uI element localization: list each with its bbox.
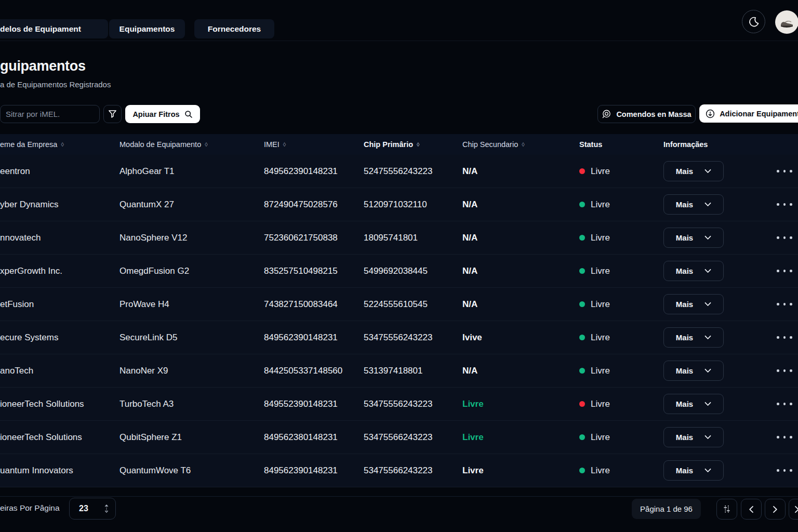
column-header-status: Status — [579, 140, 663, 149]
cell-chip-primario: 5499692038445 — [364, 266, 462, 276]
mais-dropdown-button[interactable]: Mais — [663, 427, 724, 447]
row-menu-icon[interactable] — [777, 403, 798, 405]
chevron-down-icon — [704, 468, 711, 473]
status-dot — [579, 335, 585, 340]
cell-status: Livre — [579, 399, 663, 409]
mais-dropdown-button[interactable]: Mais — [663, 194, 724, 215]
filter-button[interactable] — [103, 105, 122, 123]
column-header-imei[interactable]: IMEI ◊ — [264, 140, 364, 149]
cell-chip-primario: 5224555610545 — [364, 299, 462, 310]
cell-imei: 849552390148231 — [264, 399, 364, 409]
tab-modelos-de-equipamento[interactable]: delos de Equipament — [0, 19, 108, 38]
mais-dropdown-button[interactable]: Mais — [663, 294, 724, 314]
mais-dropdown-button[interactable]: Mais — [663, 460, 724, 481]
cell-model: QuantumX 27 — [119, 200, 264, 210]
cell-chip-primario: 53475556243223 — [364, 332, 462, 343]
mais-dropdown-button[interactable]: Mais — [663, 327, 724, 348]
last-page-button[interactable] — [789, 499, 798, 520]
row-menu-icon[interactable] — [777, 369, 798, 372]
tab-fornecedores[interactable]: Fornecedores — [194, 19, 274, 38]
mais-dropdown-button[interactable]: Mais — [663, 161, 724, 181]
cell-company: xperGrowth Inc. — [0, 266, 119, 276]
cell-status: Livre — [579, 366, 663, 376]
row-menu-icon[interactable] — [777, 436, 798, 438]
table-body: eentron AlphoGear T1 849562390148231 524… — [0, 155, 798, 487]
table-row: xperGrowth Inc. OmegdFusion G2 835257510… — [0, 255, 798, 288]
mais-label: Mais — [676, 300, 693, 309]
status-dot — [579, 235, 585, 241]
theme-toggle-button[interactable] — [742, 10, 765, 33]
chevron-left-icon — [749, 506, 754, 513]
add-equipment-label: Adicionar Equipamento — [720, 110, 798, 118]
apply-filters-button[interactable]: Apiuar Fitros — [125, 105, 200, 123]
user-avatar[interactable] — [775, 10, 798, 34]
row-menu-icon[interactable] — [777, 270, 798, 272]
adjustments-icon — [723, 504, 731, 514]
cell-model: QuantumWove T6 — [119, 466, 264, 476]
chevron-down-icon — [704, 302, 711, 307]
table-header: eme da Empresa ◊ Modalo de Equipamento ◊… — [0, 134, 798, 155]
sort-icon: ◊ — [283, 141, 286, 148]
row-menu-icon[interactable] — [777, 203, 798, 206]
next-page-button[interactable] — [765, 499, 786, 520]
cell-status: Livre — [579, 233, 663, 243]
sort-icon: ◊ — [417, 141, 419, 148]
mais-dropdown-button[interactable]: Mais — [663, 394, 724, 414]
cell-model: TurboTech A3 — [119, 399, 264, 409]
cell-chip-primario: 53475566243223 — [364, 466, 462, 476]
row-menu-icon[interactable] — [777, 236, 798, 239]
cell-status: Livre — [579, 266, 663, 276]
status-label: Livre — [591, 366, 610, 376]
rows-per-page-stepper[interactable]: 23 — [69, 498, 116, 520]
cell-chip-secundario: N/A — [462, 233, 579, 243]
status-label: Livre — [591, 200, 610, 210]
tab-equipamentos[interactable]: Equipamentos — [109, 19, 185, 38]
page-settings-button[interactable] — [716, 499, 737, 520]
previous-page-button[interactable] — [741, 499, 762, 520]
chevron-down-icon — [704, 402, 711, 406]
rows-per-page-value: 23 — [79, 504, 88, 513]
table-row: yber Dynamics QuantumX 27 87249047502857… — [0, 188, 798, 221]
cell-model: SecureLink D5 — [119, 332, 264, 343]
cell-imei: 849562390148231 — [264, 332, 364, 343]
row-menu-icon[interactable] — [777, 336, 798, 339]
cell-chip-primario: 52475556243223 — [364, 166, 462, 177]
add-equipment-button[interactable]: Adicionar Equipamento — [699, 104, 798, 123]
cell-imei: 835257510498215 — [264, 266, 364, 276]
column-header-chip-primario[interactable]: Chip Primârio ◊ — [364, 140, 462, 149]
chevron-down-icon — [704, 368, 711, 373]
cell-imei: 8442505337148560 — [264, 366, 364, 376]
cell-company: etFusion — [0, 299, 119, 310]
row-menu-icon[interactable] — [777, 469, 798, 472]
mais-dropdown-button[interactable]: Mais — [663, 361, 724, 381]
cell-status: Livre — [579, 299, 663, 310]
bulk-commands-button[interactable]: Comendos en Massa — [597, 105, 696, 123]
chevron-down-icon — [704, 269, 711, 273]
mais-label: Mais — [676, 400, 693, 408]
tab-label: delos de Equipament — [0, 24, 81, 34]
search-input[interactable] — [0, 105, 100, 123]
row-menu-icon[interactable] — [777, 303, 798, 305]
cell-company: yber Dynamics — [0, 200, 119, 210]
cell-chip-secundario: N/A — [462, 166, 579, 177]
table-row: ioneerTech Sollutions TurboTech A3 84955… — [0, 388, 798, 421]
apply-filters-label: Apiuar Fitros — [132, 110, 179, 118]
column-header-company[interactable]: eme da Empresa ◊ — [0, 140, 119, 149]
mais-dropdown-button[interactable]: Mais — [663, 228, 724, 248]
status-dot — [579, 168, 585, 174]
status-dot — [579, 368, 585, 374]
row-menu-icon[interactable] — [777, 170, 798, 172]
cell-chip-secundario: Livre — [462, 432, 579, 443]
cell-imei: 849562380148231 — [264, 432, 364, 443]
cell-chip-primario: 531397418801 — [364, 366, 462, 376]
cell-company: eentron — [0, 166, 119, 177]
column-header-chip-secundario[interactable]: Chip Secundario ◊ — [462, 140, 579, 149]
mais-dropdown-button[interactable]: Mais — [663, 261, 724, 281]
cell-model: NanoNer X9 — [119, 366, 264, 376]
page-title: guipamentos — [0, 58, 86, 74]
cell-company: anoTech — [0, 366, 119, 376]
mais-label: Mais — [676, 466, 693, 475]
cell-status: Livre — [579, 432, 663, 443]
column-header-model[interactable]: Modalo de Equipamento ◊ — [119, 140, 264, 149]
chevron-down-icon — [704, 435, 711, 440]
